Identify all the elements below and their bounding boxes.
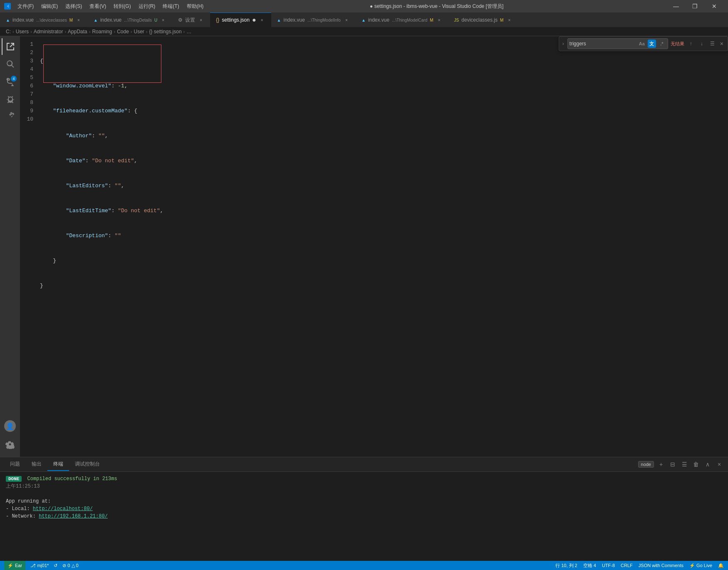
find-input-wrapper: Aa 文 .* — [567, 38, 668, 49]
tab-modified-dot: ● — [252, 17, 256, 23]
main-container: 4 👤 › — [0, 36, 728, 457]
errors-indicator[interactable]: ⊘ 0 △ 0 — [62, 563, 78, 568]
case-sensitive-button[interactable]: Aa — [638, 40, 646, 48]
line-col-indicator[interactable]: 行 10, 列 2 — [555, 563, 577, 569]
tab-path: ...\ThingModelInfo — [307, 18, 341, 22]
tab-close-button[interactable]: × — [160, 17, 166, 23]
new-terminal-button[interactable]: + — [656, 460, 666, 469]
breadcrumb-ellipsis[interactable]: … — [186, 29, 191, 35]
tab-settings-gui[interactable]: ⚙ 设置 × — [172, 12, 210, 27]
close-panel-button[interactable]: × — [715, 460, 724, 469]
split-terminal-button[interactable]: ⊟ — [668, 460, 677, 469]
code-line-4: "Author": "", — [40, 132, 728, 140]
find-close-button[interactable]: × — [719, 40, 724, 48]
tab-close-button[interactable]: × — [436, 17, 443, 23]
menu-terminal[interactable]: 终端(T) — [159, 1, 182, 12]
window-title: ● settings.json - ibms-web-vue - Visual … — [370, 3, 503, 10]
close-button[interactable]: ✕ — [705, 0, 724, 12]
find-list-button[interactable]: ☰ — [708, 40, 717, 48]
sync-button[interactable]: ↺ — [54, 563, 57, 568]
code-content[interactable]: { "window.zoomLevel": -1, "fileheader.cu… — [40, 40, 728, 457]
panel-tab-debug-console[interactable]: 调试控制台 — [69, 458, 106, 471]
code-line-9: } — [40, 257, 728, 265]
terminal-list-button[interactable]: ☰ — [680, 460, 689, 469]
breadcrumb-c[interactable]: C: — [6, 29, 11, 35]
menu-help[interactable]: 帮助(H) — [183, 1, 207, 12]
code-line-2: "window.zoomLevel": -1, — [40, 82, 728, 90]
git-branch[interactable]: ⎇ mj01* — [30, 563, 49, 568]
local-url[interactable]: http://localhost:80/ — [33, 506, 93, 512]
tab-index-vue-deviceclasses[interactable]: ▲ index.vue ...\deviceclasses M × — [0, 12, 88, 27]
breadcrumb-user[interactable]: User — [134, 29, 144, 35]
tabbar: ▲ index.vue ...\deviceclasses M × ▲ inde… — [0, 12, 728, 27]
code-line-5: "Date": "Do not edit", — [40, 157, 728, 165]
tab-close-button[interactable]: × — [343, 17, 350, 23]
network-url[interactable]: http://192.168.1.21:80/ — [39, 513, 108, 519]
tab-index-vue-thingmodelcard[interactable]: ▲ index.vue ...\ThingModelCard M × — [356, 12, 448, 27]
tab-badge-m: M — [69, 18, 73, 22]
encoding-indicator[interactable]: UTF-8 — [602, 563, 615, 568]
extensions-icon[interactable] — [2, 108, 18, 125]
notifications-button[interactable]: 🔔 — [718, 563, 724, 568]
tab-badge-u: U — [154, 18, 157, 22]
menu-select[interactable]: 选择(S) — [62, 1, 85, 12]
tab-close-button[interactable]: × — [198, 17, 204, 23]
debug-icon[interactable] — [2, 91, 18, 107]
code-editor[interactable]: 1 2 3 4 5 6 7 8 9 10 { "window.zoomLevel… — [20, 36, 728, 457]
breadcrumb-administrator[interactable]: Administrator — [34, 29, 63, 35]
spaces-indicator[interactable]: 空格 4 — [583, 563, 596, 569]
code-line-10: } — [40, 282, 728, 290]
panel-tab-output[interactable]: 输出 — [26, 458, 47, 471]
kill-terminal-button[interactable]: 🗑 — [691, 460, 701, 469]
find-previous-button[interactable]: ↑ — [687, 40, 695, 48]
find-expand-icon[interactable]: › — [562, 41, 564, 47]
tab-deviceclasses-js[interactable]: JS deviceclasses.js M × — [448, 12, 519, 27]
tab-close-button[interactable]: × — [75, 17, 82, 23]
remote-indicator[interactable]: ⚡ Ear — [4, 561, 25, 570]
maximize-panel-button[interactable]: ∧ — [703, 460, 712, 469]
window-controls: — ❐ ✕ — [666, 0, 724, 12]
minimize-button[interactable]: — — [666, 0, 686, 12]
menu-file[interactable]: 文件(F) — [14, 1, 37, 12]
tab-index-vue-thingdetails[interactable]: ▲ index.vue ...\ThingDetails U × — [88, 12, 172, 27]
tab-index-vue-thingmodelinfo[interactable]: ▲ index.vue ...\ThingModelInfo × — [271, 12, 356, 27]
menu-goto[interactable]: 转到(G) — [110, 1, 134, 12]
terminal-line-network: - Network: http://192.168.1.21:80/ — [6, 513, 722, 520]
source-control-icon[interactable]: 4 — [2, 73, 18, 90]
settings-icon[interactable] — [2, 436, 18, 453]
tab-close-button[interactable]: × — [506, 17, 513, 23]
terminal-line-empty1 — [6, 490, 722, 498]
local-label: - Local: — [6, 506, 33, 512]
vue-icon: ▲ — [362, 18, 366, 22]
tab-close-button[interactable]: × — [259, 17, 265, 23]
regex-button[interactable]: .* — [658, 40, 666, 48]
account-icon[interactable]: 👤 — [2, 418, 18, 434]
breadcrumb-code[interactable]: Code — [117, 29, 129, 35]
tab-settings-json[interactable]: {} settings.json ● × — [210, 12, 271, 27]
find-next-button[interactable]: ↓ — [698, 40, 706, 48]
maximize-button[interactable]: ❐ — [686, 0, 705, 12]
titlebar-left: 文件(F) 编辑(E) 选择(S) 查看(V) 转到(G) 运行(R) 终端(T… — [4, 1, 207, 12]
breadcrumb-roaming[interactable]: Roaming — [92, 29, 112, 35]
whole-word-button[interactable]: 文 — [648, 40, 656, 48]
network-label: - Network: — [6, 513, 39, 519]
find-bar: › Aa 文 .* 无结果 ↑ ↓ ☰ × — [559, 36, 728, 51]
explorer-icon[interactable] — [2, 38, 18, 55]
menu-view[interactable]: 查看(V) — [86, 1, 109, 12]
activitybar-bottom: 👤 — [2, 418, 18, 453]
avatar[interactable]: 👤 — [4, 420, 16, 432]
panel-tab-problems[interactable]: 问题 — [4, 458, 26, 471]
menu-run[interactable]: 运行(R) — [135, 1, 159, 12]
panel-tab-terminal[interactable]: 终端 — [47, 458, 69, 471]
line-ending-indicator[interactable]: CRLF — [621, 563, 633, 568]
language-indicator[interactable]: JSON with Comments — [639, 563, 683, 568]
find-input[interactable] — [570, 41, 636, 47]
breadcrumb-users[interactable]: Users — [16, 29, 29, 35]
tab-path: ...\ThingModelCard — [392, 18, 427, 22]
tab-label: 设置 — [185, 17, 195, 24]
menu-edit[interactable]: 编辑(E) — [38, 1, 61, 12]
breadcrumb-settings-json[interactable]: {} settings.json — [149, 29, 182, 35]
breadcrumb-appdata[interactable]: AppData — [68, 29, 87, 35]
go-live-button[interactable]: ⚡ Go Live — [689, 563, 712, 568]
search-icon[interactable] — [2, 56, 18, 72]
